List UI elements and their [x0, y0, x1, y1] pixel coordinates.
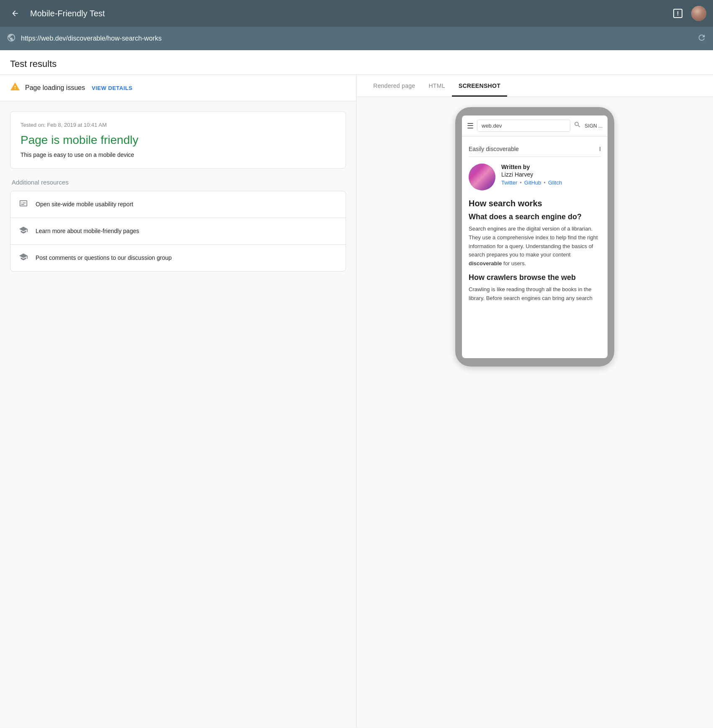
avatar[interactable]: [691, 6, 706, 21]
learn-icon: [19, 226, 29, 237]
page-title: Mobile-Friendly Test: [30, 9, 663, 18]
phone-nav: ☰ web.dev SIGN ...: [462, 115, 608, 136]
section-label-text: Easily discoverable: [469, 146, 519, 152]
resources-card: Open site-wide mobile usability report L…: [10, 191, 346, 272]
url-input[interactable]: [21, 35, 692, 42]
warning-icon: [10, 82, 20, 94]
back-button[interactable]: [7, 5, 23, 22]
result-card: Tested on: Feb 8, 2019 at 10:41 AM Page …: [10, 111, 346, 169]
avatar-image: [691, 6, 706, 21]
test-results-header: Test results: [0, 50, 713, 75]
glitch-link[interactable]: Glitch: [548, 179, 562, 186]
tested-on-label: Tested on: Feb 8, 2019 at 10:41 AM: [21, 122, 336, 128]
url-bar: [0, 27, 713, 50]
tab-screenshot[interactable]: SCREENSHOT: [452, 75, 507, 97]
discuss-icon: [19, 252, 29, 264]
resource-item-usability[interactable]: Open site-wide mobile usability report: [10, 191, 346, 218]
twitter-link[interactable]: Twitter: [501, 179, 517, 186]
mobile-friendly-title: Page is mobile friendly: [21, 133, 336, 147]
feedback-icon: !: [673, 9, 682, 18]
phone-article-subtitle: What does a search engine do?: [469, 213, 601, 221]
resource-item-usability-label: Open site-wide mobile usability report: [36, 201, 133, 208]
author-links: Twitter • GitHub • Glitch: [501, 179, 601, 186]
left-panel: Page loading issues VIEW DETAILS Tested …: [0, 75, 356, 728]
tab-rendered-page[interactable]: Rendered page: [367, 75, 422, 97]
bold-word: discoverable: [469, 260, 502, 267]
github-link[interactable]: GitHub: [524, 179, 541, 186]
resource-item-discuss-label: Post comments or questions to our discus…: [36, 254, 172, 261]
refresh-button[interactable]: [697, 33, 706, 44]
issues-bar: Page loading issues VIEW DETAILS: [0, 75, 356, 101]
mobile-friendly-desc: This page is easy to use on a mobile dev…: [21, 151, 336, 158]
phone-search-icon: [574, 121, 581, 131]
author-section: Written by Lizzi Harvey Twitter • GitHub…: [469, 157, 601, 195]
section2-title: How crawlers browse the web: [469, 273, 601, 282]
phone-article-text: Search engines are the digital version o…: [469, 225, 601, 268]
phone-url-display: web.dev: [477, 120, 570, 132]
author-name: Lizzi Harvey: [501, 171, 601, 178]
author-avatar: [469, 164, 495, 190]
resource-item-learn[interactable]: Learn more about mobile-friendly pages: [10, 218, 346, 245]
phone-content: Easily discoverable I Written by Lizzi H…: [462, 136, 608, 308]
globe-icon: [7, 33, 16, 44]
written-by-label: Written by: [501, 164, 601, 170]
section2-text: Crawling is like reading through all the…: [469, 285, 601, 303]
resource-item-discuss[interactable]: Post comments or questions to our discus…: [10, 245, 346, 271]
phone-mockup: ☰ web.dev SIGN ... Easily discoverable: [455, 107, 614, 367]
tab-html[interactable]: HTML: [422, 75, 451, 97]
view-details-button[interactable]: VIEW DETAILS: [92, 85, 132, 91]
resource-item-learn-label: Learn more about mobile-friendly pages: [36, 228, 139, 234]
phone-container: ☰ web.dev SIGN ... Easily discoverable: [356, 97, 713, 377]
section-marker: I: [599, 146, 601, 152]
sep2: •: [544, 179, 546, 186]
additional-resources: Additional resources Open site-wide mobi…: [10, 179, 346, 272]
additional-resources-title: Additional resources: [10, 179, 346, 186]
tabs-bar: Rendered page HTML SCREENSHOT: [356, 75, 713, 97]
hamburger-icon: ☰: [467, 121, 474, 131]
feedback-button[interactable]: !: [669, 5, 686, 22]
sep1: •: [520, 179, 522, 186]
test-results-title: Test results: [10, 59, 56, 69]
issues-label: Page loading issues: [25, 84, 85, 92]
phone-section-label: Easily discoverable I: [469, 141, 601, 157]
author-avatar-inner: [469, 164, 495, 190]
usability-report-icon: [19, 199, 29, 210]
main-container: Page loading issues VIEW DETAILS Tested …: [0, 75, 713, 728]
right-panel: Rendered page HTML SCREENSHOT ☰ web.dev: [356, 75, 713, 728]
header-actions: !: [669, 5, 706, 22]
app-header: Mobile-Friendly Test !: [0, 0, 713, 27]
phone-screen: ☰ web.dev SIGN ... Easily discoverable: [462, 115, 608, 358]
phone-article-title: How search works: [469, 199, 601, 208]
phone-sign-in-label: SIGN ...: [585, 123, 603, 129]
author-info: Written by Lizzi Harvey Twitter • GitHub…: [501, 164, 601, 186]
